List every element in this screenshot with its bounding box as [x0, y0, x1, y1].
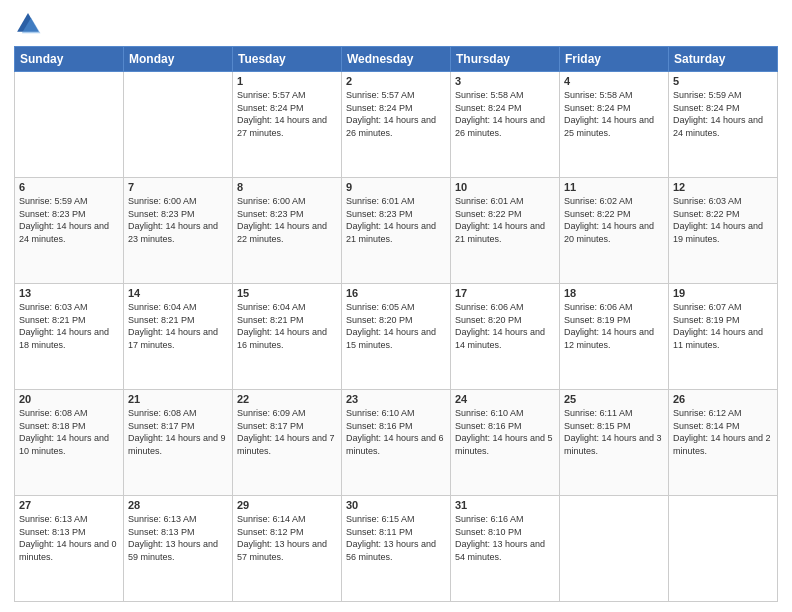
calendar-cell: 6Sunrise: 5:59 AM Sunset: 8:23 PM Daylig…	[15, 178, 124, 284]
weekday-header-thursday: Thursday	[451, 47, 560, 72]
day-number: 4	[564, 75, 664, 87]
cell-detail: Sunrise: 6:12 AM Sunset: 8:14 PM Dayligh…	[673, 407, 773, 457]
calendar-cell: 16Sunrise: 6:05 AM Sunset: 8:20 PM Dayli…	[342, 284, 451, 390]
cell-detail: Sunrise: 6:16 AM Sunset: 8:10 PM Dayligh…	[455, 513, 555, 563]
day-number: 23	[346, 393, 446, 405]
calendar-cell: 12Sunrise: 6:03 AM Sunset: 8:22 PM Dayli…	[669, 178, 778, 284]
calendar-cell: 3Sunrise: 5:58 AM Sunset: 8:24 PM Daylig…	[451, 72, 560, 178]
calendar-cell: 29Sunrise: 6:14 AM Sunset: 8:12 PM Dayli…	[233, 496, 342, 602]
logo	[14, 10, 44, 38]
cell-detail: Sunrise: 6:13 AM Sunset: 8:13 PM Dayligh…	[19, 513, 119, 563]
cell-detail: Sunrise: 5:59 AM Sunset: 8:23 PM Dayligh…	[19, 195, 119, 245]
weekday-header-friday: Friday	[560, 47, 669, 72]
calendar-cell: 25Sunrise: 6:11 AM Sunset: 8:15 PM Dayli…	[560, 390, 669, 496]
calendar-cell: 7Sunrise: 6:00 AM Sunset: 8:23 PM Daylig…	[124, 178, 233, 284]
calendar-cell: 8Sunrise: 6:00 AM Sunset: 8:23 PM Daylig…	[233, 178, 342, 284]
cell-detail: Sunrise: 6:15 AM Sunset: 8:11 PM Dayligh…	[346, 513, 446, 563]
calendar-cell: 13Sunrise: 6:03 AM Sunset: 8:21 PM Dayli…	[15, 284, 124, 390]
calendar-week-1: 1Sunrise: 5:57 AM Sunset: 8:24 PM Daylig…	[15, 72, 778, 178]
cell-detail: Sunrise: 6:00 AM Sunset: 8:23 PM Dayligh…	[128, 195, 228, 245]
weekday-header-saturday: Saturday	[669, 47, 778, 72]
day-number: 14	[128, 287, 228, 299]
day-number: 13	[19, 287, 119, 299]
cell-detail: Sunrise: 6:13 AM Sunset: 8:13 PM Dayligh…	[128, 513, 228, 563]
calendar-cell: 31Sunrise: 6:16 AM Sunset: 8:10 PM Dayli…	[451, 496, 560, 602]
day-number: 1	[237, 75, 337, 87]
calendar-cell: 18Sunrise: 6:06 AM Sunset: 8:19 PM Dayli…	[560, 284, 669, 390]
calendar-cell: 30Sunrise: 6:15 AM Sunset: 8:11 PM Dayli…	[342, 496, 451, 602]
day-number: 22	[237, 393, 337, 405]
cell-detail: Sunrise: 6:00 AM Sunset: 8:23 PM Dayligh…	[237, 195, 337, 245]
day-number: 7	[128, 181, 228, 193]
cell-detail: Sunrise: 6:14 AM Sunset: 8:12 PM Dayligh…	[237, 513, 337, 563]
cell-detail: Sunrise: 6:04 AM Sunset: 8:21 PM Dayligh…	[237, 301, 337, 351]
day-number: 27	[19, 499, 119, 511]
calendar-cell	[15, 72, 124, 178]
day-number: 16	[346, 287, 446, 299]
cell-detail: Sunrise: 6:01 AM Sunset: 8:23 PM Dayligh…	[346, 195, 446, 245]
cell-detail: Sunrise: 5:59 AM Sunset: 8:24 PM Dayligh…	[673, 89, 773, 139]
calendar-cell	[124, 72, 233, 178]
cell-detail: Sunrise: 6:11 AM Sunset: 8:15 PM Dayligh…	[564, 407, 664, 457]
day-number: 19	[673, 287, 773, 299]
cell-detail: Sunrise: 6:04 AM Sunset: 8:21 PM Dayligh…	[128, 301, 228, 351]
calendar-cell: 2Sunrise: 5:57 AM Sunset: 8:24 PM Daylig…	[342, 72, 451, 178]
day-number: 8	[237, 181, 337, 193]
calendar-cell	[669, 496, 778, 602]
calendar-week-3: 13Sunrise: 6:03 AM Sunset: 8:21 PM Dayli…	[15, 284, 778, 390]
calendar-cell: 27Sunrise: 6:13 AM Sunset: 8:13 PM Dayli…	[15, 496, 124, 602]
cell-detail: Sunrise: 6:03 AM Sunset: 8:21 PM Dayligh…	[19, 301, 119, 351]
weekday-header-wednesday: Wednesday	[342, 47, 451, 72]
day-number: 25	[564, 393, 664, 405]
day-number: 26	[673, 393, 773, 405]
cell-detail: Sunrise: 6:03 AM Sunset: 8:22 PM Dayligh…	[673, 195, 773, 245]
calendar-cell: 10Sunrise: 6:01 AM Sunset: 8:22 PM Dayli…	[451, 178, 560, 284]
weekday-header-tuesday: Tuesday	[233, 47, 342, 72]
calendar-cell: 28Sunrise: 6:13 AM Sunset: 8:13 PM Dayli…	[124, 496, 233, 602]
cell-detail: Sunrise: 6:07 AM Sunset: 8:19 PM Dayligh…	[673, 301, 773, 351]
day-number: 31	[455, 499, 555, 511]
day-number: 17	[455, 287, 555, 299]
cell-detail: Sunrise: 6:02 AM Sunset: 8:22 PM Dayligh…	[564, 195, 664, 245]
calendar-cell: 4Sunrise: 5:58 AM Sunset: 8:24 PM Daylig…	[560, 72, 669, 178]
calendar-cell: 15Sunrise: 6:04 AM Sunset: 8:21 PM Dayli…	[233, 284, 342, 390]
day-number: 15	[237, 287, 337, 299]
cell-detail: Sunrise: 6:08 AM Sunset: 8:17 PM Dayligh…	[128, 407, 228, 457]
calendar-cell: 22Sunrise: 6:09 AM Sunset: 8:17 PM Dayli…	[233, 390, 342, 496]
calendar-week-4: 20Sunrise: 6:08 AM Sunset: 8:18 PM Dayli…	[15, 390, 778, 496]
calendar-cell: 24Sunrise: 6:10 AM Sunset: 8:16 PM Dayli…	[451, 390, 560, 496]
day-number: 10	[455, 181, 555, 193]
day-number: 18	[564, 287, 664, 299]
cell-detail: Sunrise: 6:01 AM Sunset: 8:22 PM Dayligh…	[455, 195, 555, 245]
calendar-week-5: 27Sunrise: 6:13 AM Sunset: 8:13 PM Dayli…	[15, 496, 778, 602]
calendar-cell: 11Sunrise: 6:02 AM Sunset: 8:22 PM Dayli…	[560, 178, 669, 284]
calendar-cell	[560, 496, 669, 602]
day-number: 28	[128, 499, 228, 511]
weekday-header-row: SundayMondayTuesdayWednesdayThursdayFrid…	[15, 47, 778, 72]
calendar-cell: 26Sunrise: 6:12 AM Sunset: 8:14 PM Dayli…	[669, 390, 778, 496]
calendar-cell: 14Sunrise: 6:04 AM Sunset: 8:21 PM Dayli…	[124, 284, 233, 390]
calendar-cell: 5Sunrise: 5:59 AM Sunset: 8:24 PM Daylig…	[669, 72, 778, 178]
calendar-cell: 19Sunrise: 6:07 AM Sunset: 8:19 PM Dayli…	[669, 284, 778, 390]
day-number: 21	[128, 393, 228, 405]
day-number: 24	[455, 393, 555, 405]
weekday-header-monday: Monday	[124, 47, 233, 72]
cell-detail: Sunrise: 5:58 AM Sunset: 8:24 PM Dayligh…	[455, 89, 555, 139]
calendar-cell: 21Sunrise: 6:08 AM Sunset: 8:17 PM Dayli…	[124, 390, 233, 496]
day-number: 11	[564, 181, 664, 193]
header	[14, 10, 778, 38]
calendar-cell: 20Sunrise: 6:08 AM Sunset: 8:18 PM Dayli…	[15, 390, 124, 496]
cell-detail: Sunrise: 6:10 AM Sunset: 8:16 PM Dayligh…	[346, 407, 446, 457]
day-number: 6	[19, 181, 119, 193]
cell-detail: Sunrise: 6:08 AM Sunset: 8:18 PM Dayligh…	[19, 407, 119, 457]
weekday-header-sunday: Sunday	[15, 47, 124, 72]
calendar-cell: 23Sunrise: 6:10 AM Sunset: 8:16 PM Dayli…	[342, 390, 451, 496]
day-number: 5	[673, 75, 773, 87]
calendar-cell: 1Sunrise: 5:57 AM Sunset: 8:24 PM Daylig…	[233, 72, 342, 178]
cell-detail: Sunrise: 6:10 AM Sunset: 8:16 PM Dayligh…	[455, 407, 555, 457]
cell-detail: Sunrise: 6:05 AM Sunset: 8:20 PM Dayligh…	[346, 301, 446, 351]
cell-detail: Sunrise: 6:09 AM Sunset: 8:17 PM Dayligh…	[237, 407, 337, 457]
calendar-table: SundayMondayTuesdayWednesdayThursdayFrid…	[14, 46, 778, 602]
day-number: 20	[19, 393, 119, 405]
calendar-cell: 17Sunrise: 6:06 AM Sunset: 8:20 PM Dayli…	[451, 284, 560, 390]
